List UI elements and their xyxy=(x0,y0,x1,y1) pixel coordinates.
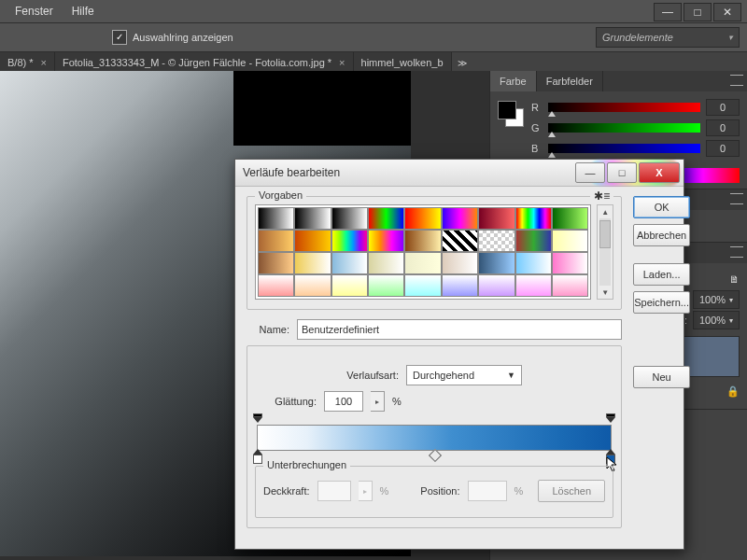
menubar: Fenster Hilfe xyxy=(0,0,747,23)
load-button[interactable]: Laden... xyxy=(633,263,690,286)
gradient-preset[interactable] xyxy=(294,252,331,274)
dialog-button-column: OK Abbrechen Laden... Speichern... Neu xyxy=(633,196,690,538)
gradient-preset[interactable] xyxy=(258,230,294,252)
ok-button[interactable]: OK xyxy=(633,196,690,218)
document-tab[interactable]: B/8) * × xyxy=(0,52,55,73)
menu-item[interactable]: Fenster xyxy=(6,5,63,18)
smoothness-stepper[interactable]: ▸ xyxy=(371,391,385,412)
b-slider[interactable] xyxy=(548,144,700,153)
document-tab[interactable]: Fotolia_31333343_M - © Jürgen Fälchle - … xyxy=(55,52,354,73)
close-icon[interactable]: × xyxy=(339,57,345,68)
cancel-button[interactable]: Abbrechen xyxy=(633,224,690,246)
dialog-maximize-button[interactable]: □ xyxy=(607,162,637,183)
gradient-preset[interactable] xyxy=(478,207,514,230)
opacity-stop-right[interactable] xyxy=(606,413,615,423)
gradient-preset[interactable] xyxy=(404,274,441,297)
gradient-preset[interactable] xyxy=(478,252,514,274)
gradient-preset[interactable] xyxy=(404,207,441,230)
gradient-preset[interactable] xyxy=(515,230,552,252)
gradient-preset[interactable] xyxy=(404,230,441,252)
gradient-preset[interactable] xyxy=(368,274,404,297)
dialog-title: Verläufe bearbeiten xyxy=(243,166,340,179)
scroll-down-icon[interactable]: ▼ xyxy=(598,286,613,299)
minimize-button[interactable]: — xyxy=(654,3,682,21)
percent-label: % xyxy=(392,396,402,407)
presets-scrollbar[interactable]: ▲ ▼ xyxy=(597,204,613,300)
tab-color[interactable]: Farbe xyxy=(490,71,537,91)
gradient-preset[interactable] xyxy=(552,252,588,274)
gradient-preset[interactable] xyxy=(331,252,368,274)
name-input[interactable]: Benutzerdefiniert xyxy=(297,319,622,340)
gradient-preset[interactable] xyxy=(258,274,294,297)
dialog-close-button[interactable]: X xyxy=(639,162,680,183)
gradient-preset[interactable] xyxy=(258,207,294,230)
gradient-preset[interactable] xyxy=(552,274,588,297)
workspace-label: Grundelemente xyxy=(602,32,673,43)
smoothness-input[interactable]: 100 xyxy=(324,391,363,412)
opacity-field[interactable]: 100%▾ xyxy=(693,290,740,309)
gradient-preset[interactable] xyxy=(294,230,331,252)
gradient-preset[interactable] xyxy=(294,207,331,230)
new-button[interactable]: Neu xyxy=(633,366,690,388)
gradient-preset[interactable] xyxy=(442,230,478,252)
doc-icon[interactable]: 🗎 xyxy=(729,273,740,285)
presets-fieldset: Vorgaben ✱≡ ▲ ▼ xyxy=(247,196,622,310)
gradient-preset[interactable] xyxy=(478,274,514,297)
g-slider[interactable] xyxy=(548,123,700,133)
workspace-switcher[interactable]: Grundelemente ▾ xyxy=(596,27,740,48)
gradient-preset[interactable] xyxy=(331,274,368,297)
smoothness-label: Glättung: xyxy=(255,396,317,407)
stop-opacity-input xyxy=(317,481,351,501)
gradient-preset[interactable] xyxy=(478,230,514,252)
name-label: Name: xyxy=(247,324,289,335)
gradient-preset[interactable] xyxy=(258,252,294,274)
show-selection-ring-checkbox[interactable]: ✓ xyxy=(112,30,127,45)
percent-label: % xyxy=(514,485,524,497)
dialog-minimize-button[interactable]: — xyxy=(575,162,605,183)
r-slider[interactable] xyxy=(548,103,700,112)
panel-menu-icon[interactable] xyxy=(730,75,743,86)
gradient-preset[interactable] xyxy=(368,230,404,252)
maximize-button[interactable]: □ xyxy=(684,3,712,21)
gradient-preset[interactable] xyxy=(552,230,588,252)
g-value[interactable]: 0 xyxy=(706,119,740,136)
panel-menu-icon[interactable] xyxy=(730,193,743,204)
lock-icon[interactable]: 🔒 xyxy=(726,385,740,400)
presets-legend: Vorgaben xyxy=(255,189,306,201)
gradient-preset[interactable] xyxy=(331,230,368,252)
gradient-preset[interactable] xyxy=(368,252,404,274)
save-button[interactable]: Speichern... xyxy=(633,291,690,314)
gradient-preset[interactable] xyxy=(515,207,552,230)
close-icon[interactable]: × xyxy=(41,57,47,68)
tab-swatches[interactable]: Farbfelder xyxy=(537,71,603,91)
gradient-preset[interactable] xyxy=(515,274,552,297)
gradient-preset[interactable] xyxy=(404,252,441,274)
fg-bg-swatch[interactable] xyxy=(498,101,524,127)
r-value[interactable]: 0 xyxy=(706,99,740,116)
tabs-overflow-button[interactable]: ≫ xyxy=(452,52,472,73)
gradient-preset[interactable] xyxy=(294,274,331,297)
gradient-type-select[interactable]: Durchgehend▼ xyxy=(406,365,522,385)
color-stop-left[interactable] xyxy=(253,449,262,464)
gradient-preset[interactable] xyxy=(368,207,404,230)
gradient-preset[interactable] xyxy=(515,252,552,274)
scroll-up-icon[interactable]: ▲ xyxy=(598,205,613,218)
opacity-stop-left[interactable] xyxy=(253,413,262,423)
gradient-preset[interactable] xyxy=(442,274,478,297)
gradient-preset[interactable] xyxy=(442,207,478,230)
options-bar: ✓ Auswahlring anzeigen Grundelemente ▾ xyxy=(0,23,747,52)
gradient-bar[interactable] xyxy=(257,425,612,451)
fill-field[interactable]: 100%▾ xyxy=(693,311,740,329)
dialog-titlebar[interactable]: Verläufe bearbeiten — □ X xyxy=(235,160,684,187)
gradient-preset[interactable] xyxy=(331,207,368,230)
gradient-preset[interactable] xyxy=(552,207,588,230)
menu-item[interactable]: Hilfe xyxy=(63,5,104,18)
panel-menu-icon[interactable] xyxy=(730,246,743,258)
b-value[interactable]: 0 xyxy=(706,140,740,157)
close-button[interactable]: ✕ xyxy=(713,3,741,21)
gradient-preset[interactable] xyxy=(442,252,478,274)
document-tab[interactable]: himmel_wolken_b xyxy=(354,52,452,73)
midpoint-marker[interactable] xyxy=(429,449,442,462)
position-label: Position: xyxy=(420,485,459,497)
gear-icon[interactable]: ✱≡ xyxy=(590,189,613,203)
